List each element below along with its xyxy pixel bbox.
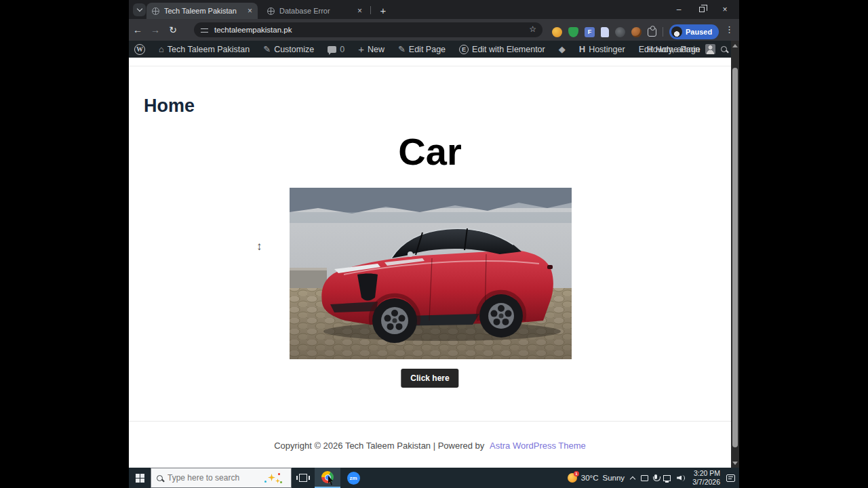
extension-dark-icon[interactable] — [615, 27, 625, 37]
astra-theme-link[interactable]: Astra WordPress Theme — [490, 441, 586, 451]
browser-window: Tech Taleem Pakistan × Database Error × … — [129, 0, 739, 468]
microphone-icon[interactable] — [654, 474, 657, 479]
weather-badge: 1 — [574, 471, 579, 476]
minimize-button[interactable]: – — [667, 0, 690, 19]
admin-customize[interactable]: ✎ Customize — [258, 41, 319, 58]
elementor-label: Edit with Elementor — [472, 45, 545, 54]
chrome-icon — [321, 471, 334, 483]
taskbar-clock[interactable]: 3:20 PM 3/7/2026 — [692, 469, 720, 487]
tab-tech-taleem-pakistan[interactable]: Tech Taleem Pakistan × — [146, 3, 258, 19]
site-info-icon[interactable] — [201, 27, 208, 33]
close-tab-icon[interactable]: × — [357, 6, 362, 16]
extension-f-icon[interactable]: F — [585, 27, 595, 37]
bookmark-star-icon[interactable]: ☆ — [529, 24, 536, 34]
forward-button[interactable]: → — [146, 24, 164, 35]
taskbar-search[interactable] — [151, 468, 292, 488]
comment-count: 0 — [340, 45, 344, 54]
tray-expand-icon[interactable] — [630, 476, 635, 481]
howdy-label[interactable]: Howdy, admin — [647, 45, 700, 54]
profile-status-label: Paused — [686, 28, 712, 36]
tab-separator — [370, 6, 371, 14]
screen: Tech Taleem Pakistan × Database Error × … — [0, 0, 868, 488]
close-tab-icon[interactable]: × — [248, 6, 252, 16]
extensions-puzzle-icon[interactable] — [648, 28, 656, 37]
scrollbar-thumb[interactable] — [732, 68, 738, 447]
globe-favicon-icon — [267, 7, 275, 15]
copyright-text: Copyright © 2026 Tech Taleem Pakistan | … — [274, 441, 484, 451]
search-input[interactable] — [167, 473, 249, 483]
speaker-icon[interactable] — [677, 474, 686, 482]
hostinger-label: Hostinger — [589, 45, 625, 54]
admin-diamond-menu[interactable]: ◆ — [553, 41, 571, 58]
extension-cookie-icon[interactable] — [631, 27, 642, 37]
admin-avatar[interactable] — [705, 44, 715, 54]
date-text: 3/7/2026 — [692, 478, 720, 487]
time-text: 3:20 PM — [692, 469, 720, 478]
site-name-label: Tech Taleem Pakistan — [167, 45, 250, 54]
tablet-icon[interactable] — [641, 475, 648, 481]
pencil-icon: ✎ — [398, 44, 406, 54]
comment-bubble-icon — [328, 46, 336, 53]
reload-button[interactable]: ↻ — [164, 24, 182, 35]
weather-condition: Sunny — [603, 474, 625, 482]
zoom-app-icon: zm — [347, 472, 360, 485]
admin-hostinger[interactable]: H Hostinger — [574, 41, 631, 58]
tab-title: Database Error — [279, 7, 353, 15]
home-icon: ⌂ — [159, 44, 164, 54]
brush-icon: ✎ — [263, 44, 271, 54]
extension-shield-icon[interactable] — [568, 27, 578, 37]
admin-edit-elementor[interactable]: E Edit with Elementor — [454, 41, 551, 58]
admin-comments[interactable]: 0 — [322, 41, 350, 58]
page-scrollbar[interactable] — [731, 41, 739, 468]
customize-label: Customize — [274, 45, 314, 54]
profile-paused-pill[interactable]: Paused — [669, 24, 719, 39]
tab-title: Tech Taleem Pakistan — [164, 7, 243, 15]
search-icon[interactable] — [721, 46, 727, 52]
taskbar-zoom[interactable]: zm — [340, 468, 366, 488]
globe-favicon-icon — [152, 7, 159, 15]
address-bar[interactable]: techtaleempakistan.pk ☆ — [194, 22, 542, 37]
weather-temp: 30°C — [581, 474, 599, 482]
extension-file-icon[interactable] — [601, 27, 609, 37]
tab-strip: Tech Taleem Pakistan × Database Error × … — [129, 0, 739, 19]
click-here-button[interactable]: Click here — [401, 369, 458, 388]
chevron-down-icon — [136, 6, 142, 12]
resize-cursor-icon: ↕ — [256, 240, 262, 253]
window-controls: – × — [667, 0, 736, 19]
admin-edit-page[interactable]: ✎ Edit Page — [393, 41, 451, 58]
admin-site-name[interactable]: ⌂ Tech Taleem Pakistan — [153, 41, 255, 58]
restore-button[interactable] — [690, 0, 713, 19]
action-center-icon[interactable] — [726, 474, 735, 482]
scroll-down-arrow[interactable] — [731, 458, 739, 468]
tab-search-button[interactable] — [133, 3, 146, 16]
taskbar-chrome[interactable] — [315, 468, 340, 488]
admin-new[interactable]: + New — [353, 41, 390, 58]
browser-menu-icon[interactable]: ⋮ — [725, 24, 734, 35]
windows-taskbar: zm 1 30°C Sunny 3:20 PM 3/7/2026 — [129, 468, 739, 488]
scroll-up-arrow[interactable] — [731, 41, 739, 50]
extension-orange-icon[interactable] — [552, 27, 562, 37]
extensions-row: F Paused — [552, 24, 719, 39]
start-button[interactable] — [129, 468, 151, 488]
back-button[interactable]: ← — [129, 24, 146, 35]
elementor-icon: E — [459, 45, 469, 54]
task-view-button[interactable] — [292, 468, 315, 488]
site-header — [129, 58, 731, 66]
toolbar-separator — [663, 27, 663, 37]
profile-avatar — [671, 26, 682, 37]
search-highlights-icon — [264, 472, 281, 485]
tab-database-error[interactable]: Database Error × — [262, 3, 368, 19]
network-icon[interactable] — [663, 475, 671, 481]
new-label: New — [368, 45, 384, 54]
wp-logo-menu[interactable]: W — [129, 41, 151, 58]
windows-logo-icon — [136, 474, 144, 483]
weather-sun-icon: 1 — [568, 473, 577, 483]
plus-icon: + — [358, 43, 364, 55]
weather-widget[interactable]: 1 30°C Sunny — [568, 473, 625, 483]
restore-icon — [699, 7, 705, 12]
edit-page-label: Edit Page — [409, 45, 446, 54]
close-button[interactable]: × — [713, 0, 736, 19]
page-title: Home — [144, 96, 195, 117]
new-tab-button[interactable]: + — [376, 3, 391, 18]
car-heading: Car — [129, 129, 731, 174]
